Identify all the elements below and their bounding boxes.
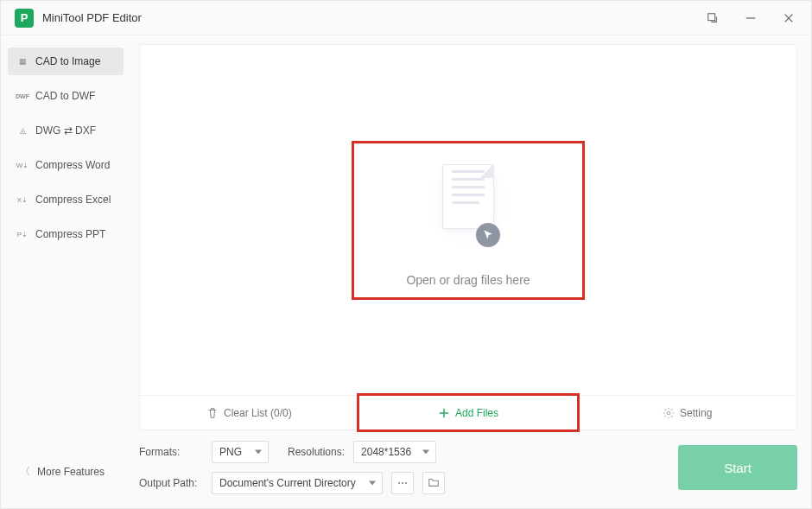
more-options-button[interactable]: ⋯ bbox=[391, 472, 414, 494]
add-files-button[interactable]: Add Files bbox=[359, 396, 579, 429]
titlebar: P MiniTool PDF Editor bbox=[1, 1, 811, 35]
sidebar-item-cad-to-dwf[interactable]: DWF CAD to DWF bbox=[8, 82, 124, 110]
sidebar-item-cad-to-image[interactable]: ▦ CAD to Image bbox=[8, 48, 124, 75]
close-icon[interactable] bbox=[775, 4, 802, 32]
resolution-value: 2048*1536 bbox=[361, 446, 411, 458]
setting-button[interactable]: Setting bbox=[578, 396, 796, 429]
cursor-icon bbox=[476, 223, 500, 247]
output-path-value: Document's Current Directory bbox=[219, 477, 356, 489]
minimize-icon[interactable] bbox=[737, 4, 764, 32]
sidebar-item-label: DWG ⇄ DXF bbox=[35, 124, 96, 137]
output-path-select[interactable]: Document's Current Directory bbox=[212, 472, 383, 494]
cad-image-icon: ▦ bbox=[16, 55, 29, 67]
swap-icon: ◬ bbox=[16, 124, 29, 137]
extra-window-icon[interactable] bbox=[699, 4, 726, 32]
dropzone-text: Open or drag files here bbox=[406, 273, 530, 287]
trash-icon bbox=[206, 407, 219, 419]
folder-icon bbox=[428, 476, 440, 491]
app-title: MiniTool PDF Editor bbox=[42, 11, 699, 24]
plus-icon bbox=[438, 407, 450, 419]
format-select[interactable]: PNG bbox=[212, 441, 269, 463]
resolutions-label: Resolutions: bbox=[288, 446, 345, 458]
chevron-left-icon: 〈 bbox=[20, 464, 30, 479]
svg-point-6 bbox=[667, 411, 670, 415]
sidebar-item-compress-excel[interactable]: X⇣ Compress Excel bbox=[8, 186, 124, 213]
sidebar-item-label: CAD to DWF bbox=[35, 90, 95, 102]
sidebar-item-dwg-dxf[interactable]: ◬ DWG ⇄ DXF bbox=[8, 117, 124, 144]
setting-label: Setting bbox=[680, 407, 712, 419]
clear-list-label: Clear List (0/0) bbox=[224, 407, 292, 419]
resolution-select[interactable]: 2048*1536 bbox=[353, 441, 436, 463]
sidebar-item-label: Compress Word bbox=[35, 159, 110, 171]
dwf-icon: DWF bbox=[16, 90, 29, 102]
start-button-label: Start bbox=[724, 461, 752, 475]
svg-rect-0 bbox=[708, 13, 715, 20]
document-illustration-icon bbox=[421, 152, 516, 256]
browse-folder-button[interactable] bbox=[422, 472, 445, 494]
ellipsis-icon: ⋯ bbox=[397, 477, 408, 489]
window-controls bbox=[699, 4, 802, 32]
dropzone-highlight: Open or drag files here bbox=[352, 141, 584, 300]
sidebar-item-compress-ppt[interactable]: P⇣ Compress PPT bbox=[8, 220, 124, 248]
output-path-label: Output Path: bbox=[139, 477, 203, 489]
ppt-icon: P⇣ bbox=[16, 228, 29, 240]
more-features-button[interactable]: 〈 More Features bbox=[20, 464, 105, 479]
sidebar-item-label: CAD to Image bbox=[35, 55, 100, 67]
word-icon: W⇣ bbox=[16, 159, 29, 171]
dropzone-panel: Open or drag files here Clear List (0/0) bbox=[139, 44, 797, 430]
sidebar-item-compress-word[interactable]: W⇣ Compress Word bbox=[8, 151, 124, 179]
start-button[interactable]: Start bbox=[678, 445, 797, 490]
add-files-label: Add Files bbox=[455, 407, 498, 419]
more-features-label: More Features bbox=[37, 466, 105, 478]
sidebar-item-label: Compress Excel bbox=[35, 194, 111, 206]
formats-label: Formats: bbox=[139, 446, 203, 458]
gear-icon bbox=[663, 407, 675, 419]
sidebar-item-label: Compress PPT bbox=[35, 228, 105, 240]
dropzone[interactable]: Open or drag files here bbox=[140, 45, 796, 395]
format-value: PNG bbox=[219, 446, 242, 458]
sidebar: ▦ CAD to Image DWF CAD to DWF ◬ DWG ⇄ DX… bbox=[1, 35, 130, 508]
excel-icon: X⇣ bbox=[16, 194, 29, 206]
main-panel: Open or drag files here Clear List (0/0) bbox=[130, 35, 811, 508]
app-window: P MiniTool PDF Editor ▦ CAD to Image DWF… bbox=[0, 0, 812, 509]
app-logo-icon: P bbox=[15, 9, 34, 28]
clear-list-button[interactable]: Clear List (0/0) bbox=[140, 396, 359, 429]
action-toolbar: Clear List (0/0) Add Files Setting bbox=[140, 395, 796, 429]
options-bar: Formats: PNG Resolutions: 2048*1536 Outp… bbox=[139, 441, 797, 494]
